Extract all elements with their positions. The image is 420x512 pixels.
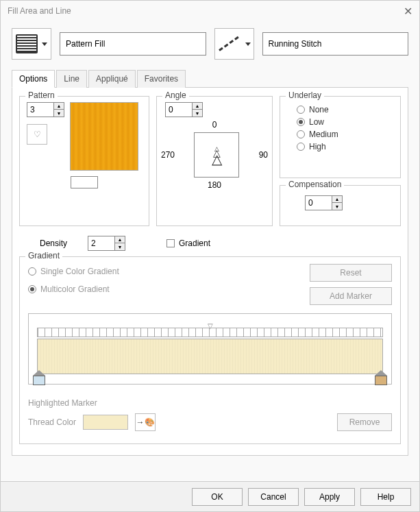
thread-color-picker-button: →🎨 bbox=[135, 413, 156, 431]
radio-icon bbox=[297, 130, 305, 138]
chevron-down-icon bbox=[42, 42, 47, 46]
compensation-spin-buttons[interactable]: ▲▼ bbox=[332, 195, 343, 210]
thread-color-label: Thread Color bbox=[28, 417, 76, 427]
fill-area-line-dialog: Fill Area and Line ✕ Pattern Fill Runnin… bbox=[0, 0, 420, 512]
pattern-fill-icon bbox=[16, 34, 38, 53]
underlay-group: Underlay None Low Medium High bbox=[280, 96, 401, 178]
gradient-checkbox[interactable]: Gradient bbox=[166, 239, 210, 248]
angle-left-label: 270 bbox=[161, 150, 175, 160]
pattern-label: Pattern bbox=[25, 90, 58, 100]
gradient-marker-start[interactable] bbox=[33, 370, 45, 388]
compensation-spinner[interactable]: ▲▼ bbox=[305, 195, 393, 210]
pattern-dropdown-button[interactable] bbox=[71, 176, 98, 188]
dialog-title: Fill Area and Line bbox=[8, 6, 71, 16]
angle-top-label: 0 bbox=[161, 120, 268, 130]
apply-button[interactable]: Apply bbox=[304, 488, 355, 506]
underlay-medium[interactable]: Medium bbox=[297, 130, 393, 139]
chevron-down-icon bbox=[245, 42, 251, 46]
ok-button[interactable]: OK bbox=[192, 488, 243, 506]
underlay-label: Underlay bbox=[286, 90, 324, 100]
angle-bottom-label: 180 bbox=[161, 180, 268, 190]
favorite-button[interactable]: ♡ bbox=[27, 124, 47, 145]
arrow-right-icon: → bbox=[136, 417, 145, 427]
density-label: Density bbox=[40, 239, 67, 248]
heart-icon: ♡ bbox=[34, 130, 41, 139]
options-panel: Pattern ▲▼ ♡ bbox=[12, 88, 408, 456]
angle-input[interactable] bbox=[165, 102, 193, 117]
cancel-button[interactable]: Cancel bbox=[248, 488, 299, 506]
compensation-group: Compensation ▲▼ bbox=[280, 185, 401, 226]
pattern-spin-buttons[interactable]: ▲▼ bbox=[54, 102, 64, 117]
gradient-editor: ▽ bbox=[28, 313, 392, 385]
pattern-input[interactable] bbox=[27, 102, 54, 117]
gradient-single-radio: Single Color Gradient bbox=[28, 267, 119, 276]
gradient-bar[interactable] bbox=[37, 339, 383, 374]
running-stitch-icon bbox=[218, 34, 241, 53]
reset-button: Reset bbox=[310, 264, 392, 282]
underlay-high[interactable]: High bbox=[297, 142, 393, 151]
density-input[interactable] bbox=[88, 236, 115, 251]
fill-type-value: Pattern Fill bbox=[66, 39, 105, 49]
line-type-value: Running Stitch bbox=[269, 39, 322, 49]
density-spinner[interactable]: ▲▼ bbox=[88, 236, 125, 251]
angle-label: Angle bbox=[162, 90, 189, 100]
fill-type-select[interactable]: Pattern Fill bbox=[60, 32, 206, 56]
line-type-icon-dropdown[interactable] bbox=[214, 28, 254, 60]
radio-icon bbox=[297, 118, 305, 126]
compensation-input[interactable] bbox=[305, 195, 332, 210]
tab-applique[interactable]: Appliqué bbox=[88, 70, 136, 88]
tab-options[interactable]: Options bbox=[12, 70, 55, 88]
gradient-ruler[interactable] bbox=[37, 328, 383, 337]
radio-icon bbox=[28, 267, 36, 276]
tab-line[interactable]: Line bbox=[56, 70, 87, 88]
close-icon[interactable]: ✕ bbox=[404, 5, 412, 18]
remove-marker-button: Remove bbox=[337, 413, 392, 431]
underlay-none[interactable]: None bbox=[297, 105, 393, 114]
pattern-preview-swatch bbox=[70, 102, 138, 171]
gradient-marker-end[interactable] bbox=[375, 370, 387, 388]
angle-right-label: 90 bbox=[259, 150, 268, 160]
help-button[interactable]: Help bbox=[360, 488, 411, 506]
gradient-multi-radio: Multicolor Gradient bbox=[28, 284, 119, 294]
checkbox-icon bbox=[166, 239, 175, 247]
dialog-footer: OK Cancel Apply Help bbox=[1, 481, 419, 511]
pattern-group: Pattern ▲▼ ♡ bbox=[19, 96, 149, 226]
compensation-label: Compensation bbox=[286, 180, 344, 189]
highlighted-marker-label: Highlighted Marker bbox=[28, 398, 392, 408]
line-type-select[interactable]: Running Stitch bbox=[262, 32, 409, 56]
titlebar: Fill Area and Line ✕ bbox=[1, 1, 419, 21]
gradient-group: Gradient Single Color Gradient Multicolo… bbox=[19, 256, 401, 444]
fill-type-icon-dropdown[interactable] bbox=[12, 28, 51, 60]
angle-spin-buttons[interactable]: ▲▼ bbox=[193, 102, 203, 117]
radio-icon bbox=[297, 106, 305, 114]
gradient-label: Gradient bbox=[25, 251, 62, 260]
thread-color-swatch bbox=[83, 415, 128, 430]
radio-icon bbox=[28, 285, 36, 293]
add-marker-button: Add Marker bbox=[310, 287, 392, 305]
underlay-low[interactable]: Low bbox=[297, 117, 393, 127]
tab-favorites[interactable]: Favorites bbox=[137, 70, 186, 88]
angle-spinner[interactable]: ▲▼ bbox=[165, 102, 268, 117]
tabs: Options Line Appliqué Favorites bbox=[12, 69, 408, 88]
density-spin-buttons[interactable]: ▲▼ bbox=[115, 236, 125, 251]
pattern-spinner[interactable]: ▲▼ bbox=[27, 102, 64, 117]
angle-dial[interactable]: △△△ bbox=[194, 132, 239, 178]
radio-icon bbox=[297, 143, 305, 151]
angle-indicator-icon: △△△ bbox=[203, 147, 230, 162]
angle-group: Angle ▲▼ 0 270 △△△ 90 bbox=[156, 96, 273, 226]
palette-icon: 🎨 bbox=[145, 417, 155, 427]
